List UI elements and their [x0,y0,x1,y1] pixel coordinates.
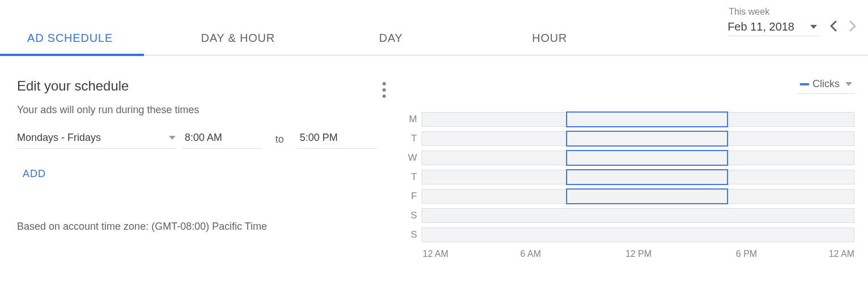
svg-point-0 [382,82,386,85]
day-track[interactable] [422,170,854,184]
axis-tick: 12 AM [829,249,854,259]
days-select[interactable]: Mondays - Fridays [17,130,176,149]
day-label: T [402,171,417,183]
day-track[interactable] [422,112,854,127]
date-range-value[interactable]: Feb 11, 2018 [727,20,819,36]
time-axis: 12 AM6 AM12 PM6 PM12 AM [423,249,854,261]
day-label: W [402,152,417,164]
dropdown-icon [810,25,817,29]
tab-day-and-hour[interactable]: DAY & HOUR [159,32,317,55]
date-range-text: Feb 11, 2018 [727,20,794,33]
dropdown-icon [169,136,176,140]
time-to-input[interactable] [297,130,377,149]
day-track[interactable] [422,151,854,165]
add-button[interactable]: ADD [17,161,54,187]
metric-swatch [800,83,809,85]
day-label: M [402,114,417,125]
day-label: S [402,210,417,221]
day-row: S [402,225,854,244]
panel-title: Edit your schedule [17,78,402,94]
schedule-grid: MTWTFSS12 AM6 AM12 PM6 PM12 AM [402,110,854,261]
axis-tick: 6 PM [736,249,757,259]
panel-subtitle: Your ads will only run during these time… [17,104,402,116]
day-track[interactable] [422,227,854,242]
day-label: T [402,133,417,144]
date-range-picker: This week Feb 11, 2018 [727,7,857,36]
timezone-note: Based on account time zone: (GMT-08:00) … [17,221,402,233]
day-track[interactable] [422,208,854,223]
time-from-input[interactable] [182,130,262,149]
metric-picker[interactable]: Clicks [798,77,854,94]
date-range-label: This week [729,7,769,17]
selected-range[interactable] [566,188,728,204]
axis-tick: 6 AM [520,249,541,259]
svg-point-2 [382,94,386,98]
tab-ad-schedule[interactable]: AD SCHEDULE [0,32,159,55]
next-period-button[interactable] [849,20,857,34]
axis-tick: 12 PM [626,249,652,259]
prev-period-button[interactable] [829,20,837,34]
selected-range[interactable] [566,150,728,166]
selected-range[interactable] [566,111,728,127]
day-row: F [402,187,854,206]
more-options-button[interactable] [382,81,386,101]
metric-label: Clicks [812,78,840,90]
tab-day[interactable]: DAY [317,32,465,55]
day-label: F [402,191,417,202]
day-track[interactable] [422,131,854,146]
day-row: S [402,206,854,225]
day-row: M [402,110,854,129]
day-label: S [402,229,417,240]
dropdown-icon [845,82,852,86]
selected-range[interactable] [566,131,728,147]
to-label: to [275,134,284,145]
svg-point-1 [382,88,386,92]
tab-hour[interactable]: HOUR [465,32,635,55]
day-row: W [402,148,854,167]
day-row: T [402,167,854,187]
selected-range[interactable] [566,169,728,185]
day-track[interactable] [422,189,854,204]
schedule-row: Mondays - Fridays to [17,130,402,149]
days-select-value: Mondays - Fridays [17,132,101,144]
day-row: T [402,129,854,148]
axis-tick: 12 AM [423,249,448,259]
